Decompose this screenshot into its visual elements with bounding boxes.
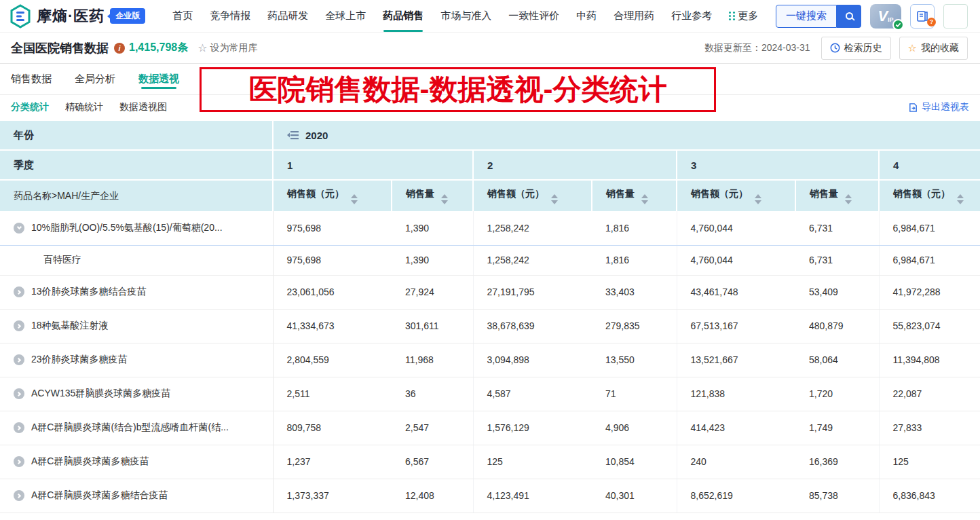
col-sales-qty-q2[interactable]: 销售量 — [592, 180, 677, 211]
cell-sales-qty: 279,835 — [592, 309, 677, 343]
cell-sales-qty: 33,403 — [592, 275, 677, 309]
cell-sales-amount: 22,087 — [879, 377, 980, 411]
sort-icon[interactable] — [755, 194, 761, 204]
pivot-table-container: 年份 2020 季度 1 2 3 — [0, 121, 980, 513]
cell-sales-qty: 11,968 — [392, 343, 473, 377]
col-sales-amount-q1[interactable]: 销售额（元） — [273, 180, 392, 211]
nav-item-tcm[interactable]: 中药 — [576, 0, 597, 32]
subtab-pivot-chart[interactable]: 数据透视图 — [119, 101, 167, 113]
sort-icon[interactable] — [551, 194, 558, 204]
expand-toggle-icon[interactable] — [14, 490, 24, 501]
nav-item-global[interactable]: 全球上市 — [325, 0, 366, 32]
cell-sales-amount: 41,334,673 — [273, 309, 392, 343]
sort-icon[interactable] — [641, 194, 648, 204]
table-row[interactable]: A群C群脑膜炎球菌多糖疫苗 1,237 6,567 125 10,854 240… — [0, 445, 980, 479]
cell-sales-qty: 1,816 — [592, 245, 677, 275]
my-collection-button[interactable]: ☆ 我的收藏 — [899, 37, 968, 60]
nav-item-market-access[interactable]: 市场与准入 — [440, 0, 491, 32]
nav-item-home[interactable]: 首页 — [172, 0, 193, 32]
nav-item-more[interactable]: 更多 — [729, 0, 758, 32]
quarter-1-cell: 1 — [273, 150, 473, 180]
cell-sales-amount: 27,191,795 — [473, 275, 592, 309]
nav-right-cluster: 一键搜索 V IP ? — [776, 4, 968, 29]
col-sales-qty-q3[interactable]: 销售量 — [795, 180, 879, 211]
tab-sales-data[interactable]: 销售数据 — [11, 64, 52, 94]
export-pivot-button[interactable]: 导出透视表 — [908, 101, 969, 113]
sort-icon[interactable] — [845, 194, 852, 204]
table-row[interactable]: 23价肺炎球菌多糖疫苗 2,804,559 11,968 3,094,898 1… — [0, 343, 980, 377]
nav-item-rational-use[interactable]: 合理用药 — [614, 0, 654, 32]
table-row[interactable]: 百特医疗 975,698 1,390 1,258,242 1,816 4,760… — [0, 245, 980, 275]
drug-name: 23价肺炎球菌多糖疫苗 — [31, 354, 128, 366]
database-info-bar: 全国医院销售数据 i 1,415,798条 ☆ 设为常用库 数据更新至：2024… — [0, 33, 980, 64]
nav-item-drug-sales[interactable]: 药品销售 — [383, 0, 423, 32]
star-outline-icon[interactable]: ☆ — [197, 41, 207, 54]
annotation-box: 医院销售数据-数据透视-分类统计 — [200, 67, 716, 112]
cell-sales-qty: 6,731 — [795, 245, 879, 275]
tab-data-pivot[interactable]: 数据透视 — [138, 64, 179, 94]
sort-icon[interactable] — [351, 194, 358, 204]
cell-sales-amount: 1,576,129 — [473, 411, 592, 445]
table-row[interactable]: 18种氨基酸注射液 41,334,673 301,611 38,678,639 … — [0, 309, 980, 343]
sort-icon[interactable] — [957, 194, 964, 204]
table-row[interactable]: A群C群脑膜炎球菌多糖结合疫苗 1,373,337 12,408 4,123,4… — [0, 479, 980, 513]
record-count: 1,415,798条 — [129, 41, 188, 55]
info-icon[interactable]: i — [114, 43, 125, 54]
expand-toggle-icon[interactable] — [14, 354, 24, 365]
cell-sales-amount: 1,258,242 — [473, 211, 592, 245]
outdent-icon[interactable] — [287, 130, 299, 140]
cell-sales-qty: 2,547 — [392, 411, 473, 445]
col-sales-amount-q4[interactable]: 销售额（元） — [879, 180, 980, 211]
expand-toggle-icon[interactable] — [14, 320, 24, 331]
expand-toggle-icon[interactable] — [14, 223, 24, 234]
nav-item-industry-ref[interactable]: 行业参考 — [671, 0, 712, 32]
col-sales-amount-q2[interactable]: 销售额（元） — [473, 180, 592, 211]
data-updated-text: 数据更新至：2024-03-31 — [704, 42, 810, 54]
table-row[interactable]: A群C群脑膜炎球菌(结合)b型流感嗜血杆菌(结... 809,758 2,547… — [0, 411, 980, 445]
quarter-4-cell: 4 — [879, 150, 980, 180]
placeholder-icon-box[interactable] — [943, 4, 968, 29]
pivot-table: 年份 2020 季度 1 2 3 — [0, 121, 980, 513]
brand[interactable]: 摩熵·医药 企业版 — [10, 4, 145, 29]
enterprise-badge: 企业版 — [110, 8, 145, 24]
expand-toggle-icon[interactable] — [14, 388, 24, 399]
quick-search-button[interactable]: 一键搜索 — [776, 5, 861, 28]
cell-sales-amount: 41,972,288 — [879, 275, 980, 309]
nav-item-consistency[interactable]: 一致性评价 — [508, 0, 559, 32]
grid-dots-icon — [729, 12, 731, 14]
question-badge-icon: ? — [927, 18, 936, 26]
brand-logo-icon — [10, 4, 31, 29]
search-icon[interactable] — [837, 5, 861, 28]
vip-badge-icon[interactable]: V IP — [870, 4, 901, 29]
col-sales-amount-q3[interactable]: 销售额（元） — [677, 180, 795, 211]
quarter-label-cell: 季度 — [0, 150, 273, 180]
search-history-button[interactable]: 检索历史 — [821, 37, 891, 60]
expand-toggle-icon[interactable] — [14, 456, 24, 467]
table-row[interactable]: ACYW135群脑膜炎球菌多糖疫苗 2,511 36 4,587 71 121,… — [0, 377, 980, 411]
star-orange-icon: ☆ — [908, 42, 917, 54]
table-row[interactable]: 13价肺炎球菌多糖结合疫苗 23,061,056 27,924 27,191,7… — [0, 275, 980, 309]
expand-toggle-icon[interactable] — [14, 422, 24, 433]
cell-sales-qty: 40,301 — [592, 479, 677, 513]
table-row[interactable]: 10%脂肪乳(OO)/5.5%氨基酸(15)/葡萄糖(20... 975,698… — [0, 211, 980, 245]
column-header-row: 药品名称>MAH/生产企业 销售额（元） 销售量 销售额（元） 销售量 销售额（… — [0, 180, 980, 211]
cell-sales-amount: 11,394,808 — [879, 343, 980, 377]
cell-sales-amount: 121,838 — [677, 377, 795, 411]
tab-global-analysis[interactable]: 全局分析 — [75, 64, 115, 94]
subtab-category-stats[interactable]: 分类统计 — [11, 101, 49, 113]
nav-item-competitive[interactable]: 竞争情报 — [210, 0, 250, 32]
set-favorite-label[interactable]: 设为常用库 — [210, 42, 258, 54]
col-sales-qty-q1[interactable]: 销售量 — [392, 180, 473, 211]
drug-name: A群C群脑膜炎球菌(结合)b型流感嗜血杆菌(结... — [31, 422, 229, 434]
cell-sales-qty: 6,567 — [392, 445, 473, 479]
subtab-precise-stats[interactable]: 精确统计 — [65, 101, 103, 113]
nav-item-rnd[interactable]: 药品研发 — [267, 0, 308, 32]
cell-sales-qty: 1,749 — [795, 411, 879, 445]
cell-sales-amount: 1,373,337 — [273, 479, 392, 513]
guide-book-icon[interactable]: ? — [910, 4, 935, 29]
expand-toggle-icon[interactable] — [14, 286, 24, 297]
drug-name: ACYW135群脑膜炎球菌多糖疫苗 — [31, 388, 170, 400]
drug-name: 18种氨基酸注射液 — [31, 320, 109, 332]
sort-icon[interactable] — [441, 194, 448, 204]
cell-sales-qty: 1,816 — [592, 211, 677, 245]
